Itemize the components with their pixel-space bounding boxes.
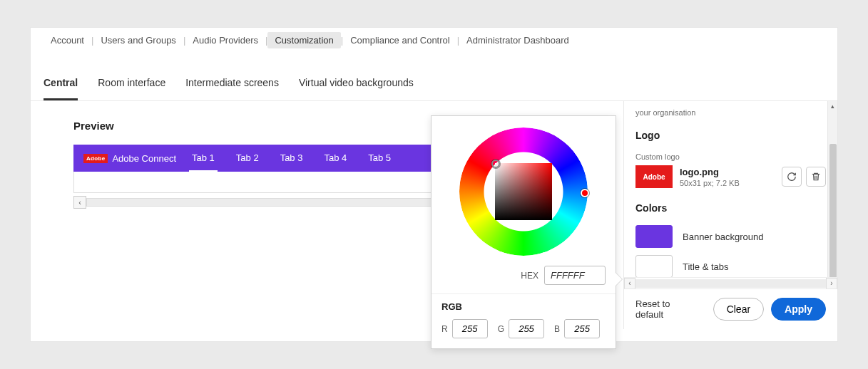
logo-meta: logo.png 50x31 px; 7.2 KB xyxy=(680,167,740,187)
color-row-banner-bg: Banner background xyxy=(635,225,826,248)
trash-icon xyxy=(811,172,821,182)
adobe-logo-mark: Adobe xyxy=(83,154,108,163)
banner-tab-2[interactable]: Tab 2 xyxy=(233,145,262,172)
subnav-room-interface[interactable]: Room interface xyxy=(98,77,165,100)
label-title-tabs: Title & tabs xyxy=(683,261,729,272)
sidebar-scroll: your organisation Logo Custom logo Adobe… xyxy=(624,101,837,277)
banner-tab-1[interactable]: Tab 1 xyxy=(189,145,218,172)
banner-tab-4[interactable]: Tab 4 xyxy=(321,145,349,172)
logo-heading: Logo xyxy=(635,130,826,141)
settings-sidebar: your organisation Logo Custom logo Adobe… xyxy=(623,101,837,329)
logo-thumbnail: Adobe xyxy=(635,165,673,188)
banner-tabs: Tab 1 Tab 2 Tab 3 Tab 4 Tab 5 xyxy=(189,145,394,172)
sidebar-hscroll-track[interactable] xyxy=(635,279,826,288)
sidebar-vscroll[interactable]: ▴ xyxy=(827,101,837,277)
label-banner-bg: Banner background xyxy=(683,232,763,242)
banner-tab-3[interactable]: Tab 3 xyxy=(277,145,306,172)
g-input[interactable] xyxy=(509,319,544,338)
g-label: G xyxy=(498,324,504,334)
banner-title: Adobe Connect xyxy=(112,153,176,164)
topnav-admin-dashboard[interactable]: Administrator Dashboard xyxy=(459,32,576,48)
topnav-compliance[interactable]: Compliance and Control xyxy=(343,32,456,48)
refresh-logo-button[interactable] xyxy=(782,167,802,187)
sidebar-hscroll[interactable]: ‹ › xyxy=(624,277,837,289)
refresh-icon xyxy=(787,172,797,182)
scroll-up-icon[interactable]: ▴ xyxy=(828,101,837,111)
hex-input[interactable] xyxy=(544,266,606,285)
r-label: R xyxy=(441,324,448,334)
sub-nav: Central Room interface Intermediate scre… xyxy=(31,53,837,101)
swatch-title-tabs[interactable] xyxy=(635,255,673,277)
sidebar-hscroll-right-icon[interactable]: › xyxy=(826,278,837,289)
delete-logo-button[interactable] xyxy=(806,167,826,187)
color-picker-popover: HEX RGB R G B xyxy=(431,115,616,349)
sv-handle[interactable] xyxy=(491,160,500,168)
r-input[interactable] xyxy=(452,319,488,338)
hex-label: HEX xyxy=(521,271,538,281)
sidebar-hscroll-left-icon[interactable]: ‹ xyxy=(624,278,635,289)
logo-dimensions: 50x31 px; 7.2 KB xyxy=(680,179,740,187)
vscroll-thumb[interactable] xyxy=(829,144,837,277)
color-wheel-wrap[interactable] xyxy=(459,128,588,256)
topnav-audio-providers[interactable]: Audio Providers xyxy=(185,32,265,48)
popover-caret-icon xyxy=(616,273,622,286)
subnav-virtual-bg[interactable]: Virtual video backgrounds xyxy=(299,77,414,100)
top-nav: Account| Users and Groups| Audio Provide… xyxy=(31,28,837,53)
banner-tab-5[interactable]: Tab 5 xyxy=(365,145,394,172)
colors-heading: Colors xyxy=(635,202,826,214)
reset-default-link[interactable]: Reset to default xyxy=(635,298,699,320)
rgb-heading: RGB xyxy=(441,301,606,312)
b-label: B xyxy=(554,324,560,334)
apply-button[interactable]: Apply xyxy=(771,298,826,321)
logo-filename: logo.png xyxy=(680,167,740,177)
logo-row: Adobe logo.png 50x31 px; 7.2 KB xyxy=(635,165,826,188)
hscroll-left-icon[interactable]: ‹ xyxy=(73,196,86,209)
custom-logo-label: Custom logo xyxy=(635,152,826,161)
color-row-title-tabs: Title & tabs xyxy=(635,255,826,277)
subnav-central[interactable]: Central xyxy=(44,77,78,100)
org-hint: your organisation xyxy=(635,108,826,117)
clear-button[interactable]: Clear xyxy=(713,298,764,321)
subnav-intermediate[interactable]: Intermediate screens xyxy=(185,77,279,100)
swatch-banner-bg[interactable] xyxy=(635,225,673,248)
sidebar-footer: Reset to default Clear Apply xyxy=(624,289,837,329)
topnav-customization[interactable]: Customization xyxy=(267,32,340,48)
b-input[interactable] xyxy=(564,319,600,338)
hue-handle[interactable] xyxy=(581,189,589,197)
topnav-users-groups[interactable]: Users and Groups xyxy=(93,32,183,48)
topnav-account[interactable]: Account xyxy=(44,32,91,48)
sv-box[interactable] xyxy=(495,163,552,220)
